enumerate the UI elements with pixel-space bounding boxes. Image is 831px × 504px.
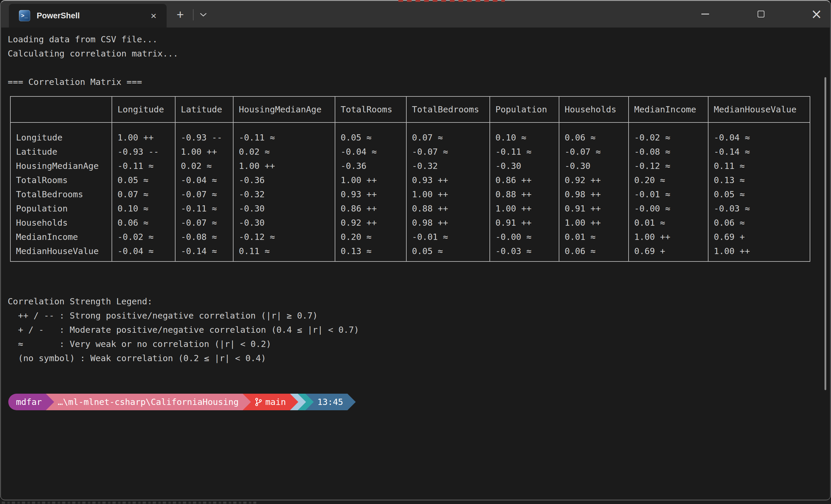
table-cell: 0.11 ≈ xyxy=(709,159,810,173)
table-cell: -0.03 ≈ xyxy=(490,244,559,258)
table-cell: 0.05 ≈ xyxy=(407,244,489,258)
table-cell: -0.32 xyxy=(233,187,335,201)
column-cells: 0.05 ≈-0.04 ≈-0.361.00 ++0.93 ++0.86 ++0… xyxy=(335,123,406,261)
maximize-icon xyxy=(757,11,765,18)
table-cell: 0.05 ≈ xyxy=(335,130,406,145)
new-tab-button[interactable]: + xyxy=(172,6,189,23)
output-line: Loading data from CSV file... xyxy=(8,32,830,47)
legend-line: (no symbol) : Weak correlation (0.2 ≤ |r… xyxy=(8,351,830,365)
table-cell: 0.92 ++ xyxy=(559,173,628,187)
table-cell: 0.93 ++ xyxy=(335,187,406,201)
column-cells: -0.11 ≈0.02 ≈1.00 ++-0.36-0.32-0.30-0.30… xyxy=(233,123,335,261)
table-cell: 0.88 ++ xyxy=(490,187,559,201)
close-button[interactable]: × xyxy=(803,1,830,27)
table-cell: -0.36 xyxy=(335,159,406,173)
table-column: Population0.10 ≈-0.11 ≈-0.300.86 ++0.88 … xyxy=(490,97,559,261)
table-cell: -0.00 ≈ xyxy=(490,230,559,244)
table-cell: -0.04 ≈ xyxy=(335,145,406,159)
table-cell: 0.06 ≈ xyxy=(559,130,628,145)
table-cell: 0.06 ≈ xyxy=(709,216,810,230)
table-cell: -0.04 ≈ xyxy=(175,173,233,187)
table-cell: -0.30 xyxy=(233,216,335,230)
table-cell: 0.98 ++ xyxy=(407,216,489,230)
column-header: TotalBedrooms xyxy=(407,97,489,123)
tab-dropdown-button[interactable] xyxy=(195,6,212,23)
table-cell: -0.04 ≈ xyxy=(709,130,810,145)
maximize-button[interactable] xyxy=(747,1,775,27)
table-cell: 0.92 ++ xyxy=(335,216,406,230)
background-text-artifacts xyxy=(2,502,256,504)
minimize-button[interactable] xyxy=(691,1,719,27)
column-header: TotalRooms xyxy=(335,97,406,123)
table-cell: -0.07 ≈ xyxy=(175,187,233,201)
output-line: Calculating correlation matrix... xyxy=(8,47,830,61)
table-cell: -0.14 ≈ xyxy=(709,145,810,159)
table-cell: 0.91 ++ xyxy=(490,216,559,230)
table-cell: -0.07 ≈ xyxy=(559,145,628,159)
table-cell: -0.03 ≈ xyxy=(709,201,810,216)
table-cell: 0.01 ≈ xyxy=(559,230,628,244)
row-label: TotalRooms xyxy=(11,173,112,187)
table-column: MedianIncome-0.02 ≈-0.08 ≈-0.12 ≈0.20 ≈-… xyxy=(629,97,709,261)
table-cell: 0.20 ≈ xyxy=(335,230,406,244)
table-cell: 0.98 ++ xyxy=(559,187,628,201)
table-cell: 0.91 ++ xyxy=(559,201,628,216)
tab-powershell[interactable]: >_ PowerShell × xyxy=(9,4,167,28)
table-cell: 0.02 ≈ xyxy=(233,145,335,159)
table-cell: -0.11 ≈ xyxy=(112,159,175,173)
table-cell: 0.93 ++ xyxy=(407,173,489,187)
table-cell: -0.04 ≈ xyxy=(112,244,175,258)
table-cell: -0.00 ≈ xyxy=(629,201,708,216)
table-cell: 0.07 ≈ xyxy=(407,130,489,145)
table-cell: -0.11 ≈ xyxy=(490,145,559,159)
table-cell: -0.07 ≈ xyxy=(175,216,233,230)
table-cell: 1.00 ++ xyxy=(335,173,406,187)
table-cell: -0.12 ≈ xyxy=(233,230,335,244)
legend-line: ≈ : Very weak or no correlation (|r| < 0… xyxy=(8,337,830,351)
prompt-segment-user: mdfar xyxy=(8,394,46,410)
table-cell: -0.02 ≈ xyxy=(112,230,175,244)
git-branch-icon xyxy=(255,397,262,407)
table-cell: 0.05 ≈ xyxy=(112,173,175,187)
table-cell: 0.86 ++ xyxy=(335,201,406,216)
table-cell: 0.01 ≈ xyxy=(629,216,708,230)
table-cell: -0.07 ≈ xyxy=(407,145,489,159)
tab-title: PowerShell xyxy=(37,11,147,21)
table-cell: 1.00 ++ xyxy=(112,130,175,145)
table-cell: -0.01 ≈ xyxy=(629,187,708,201)
tab-close-icon[interactable]: × xyxy=(147,9,160,22)
tabbar-divider xyxy=(193,9,194,21)
table-column: MedianHouseValue-0.04 ≈-0.14 ≈0.11 ≈0.13… xyxy=(709,97,810,261)
table-cell: 0.10 ≈ xyxy=(112,201,175,216)
column-header: MedianHouseValue xyxy=(709,97,810,123)
table-cell: -0.11 ≈ xyxy=(175,201,233,216)
table-cell: -0.30 xyxy=(490,159,559,173)
table-cell: 0.05 ≈ xyxy=(709,187,810,201)
terminal-window: >_ PowerShell × + × Loading data from CS… xyxy=(0,0,831,500)
table-cell: 0.20 ≈ xyxy=(629,173,708,187)
table-cell: 0.11 ≈ xyxy=(233,244,335,258)
column-header: Latitude xyxy=(175,97,233,123)
column-cells: 0.06 ≈-0.07 ≈-0.300.92 ++0.98 ++0.91 ++1… xyxy=(559,123,628,261)
prompt-segment-text: mdfar xyxy=(8,394,46,410)
column-cells: -0.93 --1.00 ++0.02 ≈-0.04 ≈-0.07 ≈-0.11… xyxy=(175,123,233,261)
table-cell: 0.10 ≈ xyxy=(490,130,559,145)
table-cell: -0.93 -- xyxy=(112,145,175,159)
shell-prompt[interactable]: mdfar…\ml-mlnet-csharp\CaliforniaHousing… xyxy=(8,394,830,410)
table-cell: -0.08 ≈ xyxy=(175,230,233,244)
legend-line: ++ / -- : Strong positive/negative corre… xyxy=(8,308,830,323)
table-cell: 0.13 ≈ xyxy=(335,244,406,258)
table-cell: -0.36 xyxy=(233,173,335,187)
table-cell: 1.00 ++ xyxy=(490,201,559,216)
column-cells: -0.02 ≈-0.08 ≈-0.12 ≈0.20 ≈-0.01 ≈-0.00 … xyxy=(629,123,708,261)
table-cell: 1.00 ++ xyxy=(559,216,628,230)
table-cell: 1.00 ++ xyxy=(407,187,489,201)
column-header: MedianIncome xyxy=(629,97,708,123)
table-cell: 0.06 ≈ xyxy=(559,244,628,258)
column-header: Longitude xyxy=(112,97,175,123)
table-cell: -0.02 ≈ xyxy=(629,130,708,145)
column-header xyxy=(11,97,112,123)
scrollbar-thumb[interactable] xyxy=(825,77,826,390)
row-label: Population xyxy=(11,201,112,216)
table-column: Longitude1.00 ++-0.93 ---0.11 ≈0.05 ≈0.0… xyxy=(112,97,175,261)
